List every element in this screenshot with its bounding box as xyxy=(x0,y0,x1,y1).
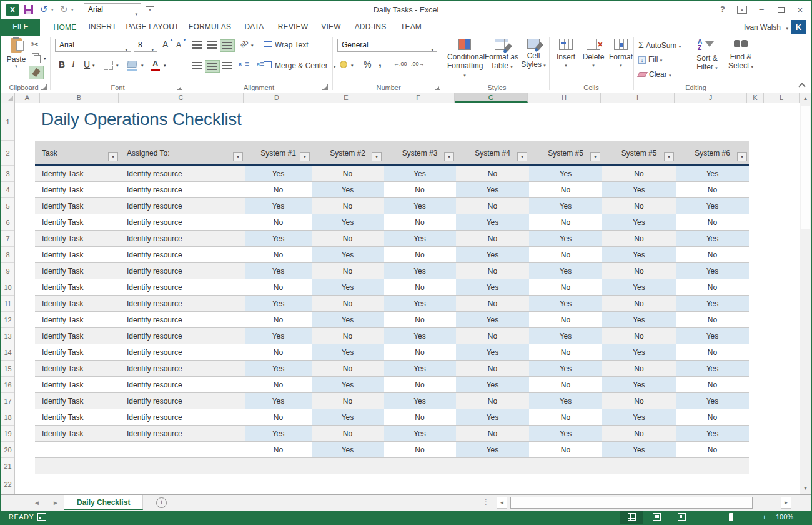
format-as-table-dropdown-icon[interactable]: ▾ xyxy=(510,64,513,69)
table-cell[interactable]: Yes xyxy=(384,231,456,246)
table-cell[interactable]: Yes xyxy=(529,426,602,441)
maximize-button[interactable] xyxy=(778,7,785,13)
table-cell[interactable]: No xyxy=(245,247,312,262)
format-dropdown-icon[interactable]: ▾ xyxy=(608,61,633,70)
table-cell[interactable]: No xyxy=(384,247,456,262)
find-select-dropdown-icon[interactable]: ▾ xyxy=(751,64,754,69)
table-cell[interactable]: Yes xyxy=(529,361,602,376)
row-header-11[interactable]: 11 xyxy=(1,296,14,312)
table-cell[interactable]: Identify Task xyxy=(35,426,120,441)
filter-button[interactable]: ▾ xyxy=(444,152,454,161)
table-cell[interactable]: No xyxy=(384,182,456,198)
row-header-14[interactable]: 14 xyxy=(1,344,14,361)
vertical-scroll-thumb[interactable] xyxy=(801,106,810,229)
filter-button[interactable]: ▾ xyxy=(737,152,747,161)
table-cell[interactable]: No xyxy=(676,409,749,425)
table-cell[interactable]: No xyxy=(676,344,749,360)
qat-customize-icon[interactable]: ▾ xyxy=(146,6,154,13)
table-cell[interactable]: Yes xyxy=(456,214,529,230)
clear-dropdown-icon[interactable]: ▾ xyxy=(669,73,671,78)
table-cell[interactable]: No xyxy=(384,312,456,328)
sheet-nav-left-icon[interactable]: ◄ xyxy=(34,499,40,506)
table-cell[interactable]: No xyxy=(602,198,676,214)
table-cell[interactable]: Yes xyxy=(384,198,456,214)
table-cell[interactable]: No xyxy=(676,312,749,328)
column-header-h[interactable]: H xyxy=(528,93,601,102)
table-cell[interactable]: No xyxy=(529,182,602,198)
table-cell[interactable]: No xyxy=(676,377,749,392)
undo-dropdown-icon[interactable]: ▾ xyxy=(51,8,54,12)
table-cell[interactable]: No xyxy=(312,361,384,376)
tab-view[interactable]: VIEW xyxy=(316,19,346,36)
table-cell[interactable]: No xyxy=(529,377,602,392)
tab-file[interactable]: FILE xyxy=(1,19,40,36)
fill-button[interactable]: ↓Fill ▾ xyxy=(638,55,662,64)
row-header-13[interactable]: 13 xyxy=(1,328,14,344)
table-cell[interactable]: Yes xyxy=(529,296,602,311)
filter-button[interactable]: ▾ xyxy=(517,152,527,161)
bottom-align-button[interactable] xyxy=(220,39,235,52)
table-cell[interactable]: No xyxy=(602,328,676,344)
scroll-up-icon[interactable]: ▲ xyxy=(800,93,811,104)
merge-center-button[interactable]: Merge & Center ▾ xyxy=(264,61,336,70)
table-cell[interactable]: Yes xyxy=(384,328,456,344)
sort-filter-dropdown-icon[interactable]: ▾ xyxy=(715,66,718,70)
font-dialog-launcher-icon[interactable] xyxy=(177,84,182,90)
borders-icon[interactable] xyxy=(104,61,113,70)
table-cell[interactable]: No xyxy=(245,279,312,295)
table-cell[interactable]: Identify Task xyxy=(35,328,120,344)
font-name-combo[interactable]: Arial▾ xyxy=(55,39,131,52)
tab-team[interactable]: TEAM xyxy=(395,19,427,36)
close-button[interactable]: × xyxy=(792,4,808,15)
minimize-button[interactable]: – xyxy=(753,4,770,14)
table-header-cell[interactable]: Task▾ xyxy=(35,141,120,164)
table-cell[interactable]: No xyxy=(456,231,529,246)
number-format-dropdown-icon[interactable]: ▾ xyxy=(431,44,433,56)
row-header-7[interactable]: 7 xyxy=(1,231,14,247)
table-cell[interactable]: Yes xyxy=(245,166,312,181)
table-cell[interactable]: Identify Task xyxy=(35,377,120,392)
middle-align-button[interactable] xyxy=(205,39,219,51)
empty-stripe-row[interactable] xyxy=(35,458,749,474)
table-cell[interactable]: Identify Task xyxy=(35,231,120,246)
table-cell[interactable]: Identify resource xyxy=(120,166,245,181)
table-cell[interactable]: Identify resource xyxy=(120,263,245,279)
table-cell[interactable]: Yes xyxy=(384,393,456,409)
table-cell[interactable]: Yes xyxy=(312,344,384,360)
table-cell[interactable]: Yes xyxy=(676,263,749,279)
clipboard-dialog-launcher-icon[interactable] xyxy=(41,84,47,90)
table-cell[interactable]: No xyxy=(456,296,529,311)
table-cell[interactable]: Identify resource xyxy=(120,247,245,262)
table-cell[interactable]: Identify Task xyxy=(35,344,120,360)
table-cell[interactable]: Yes xyxy=(529,198,602,214)
filter-button[interactable]: ▾ xyxy=(372,152,382,161)
table-cell[interactable]: No xyxy=(245,312,312,328)
table-cell[interactable]: Identify Task xyxy=(35,312,120,328)
table-cell[interactable]: Identify Task xyxy=(35,182,120,198)
save-icon[interactable] xyxy=(24,5,33,14)
number-dialog-launcher-icon[interactable] xyxy=(435,84,440,90)
scroll-right-icon[interactable]: ► xyxy=(781,497,791,509)
table-cell[interactable]: No xyxy=(456,328,529,344)
filter-button[interactable]: ▾ xyxy=(108,152,118,161)
accounting-dropdown-icon[interactable]: ▾ xyxy=(351,63,354,68)
table-cell[interactable]: Identify resource xyxy=(120,182,245,198)
row-header-5[interactable]: 5 xyxy=(1,198,14,214)
conditional-formatting-dropdown-icon[interactable]: ▾ xyxy=(463,73,466,78)
table-cell[interactable]: Yes xyxy=(602,377,676,392)
table-cell[interactable]: Identify resource xyxy=(120,198,245,214)
table-cell[interactable]: Yes xyxy=(676,231,749,246)
table-cell[interactable]: Identify resource xyxy=(120,393,245,409)
align-left-button[interactable] xyxy=(190,60,204,71)
row-header-1[interactable]: 1 xyxy=(1,103,14,141)
fill-dropdown-icon[interactable]: ▾ xyxy=(660,58,663,62)
table-cell[interactable]: Yes xyxy=(245,361,312,376)
font-color-icon[interactable]: A xyxy=(152,59,158,68)
table-cell[interactable]: No xyxy=(529,312,602,328)
table-cell[interactable]: Yes xyxy=(529,231,602,246)
table-cell[interactable]: Yes xyxy=(384,263,456,279)
table-cell[interactable]: No xyxy=(456,361,529,376)
table-cell[interactable]: No xyxy=(384,344,456,360)
grow-font-icon[interactable]: A xyxy=(162,39,168,49)
table-cell[interactable]: Identify Task xyxy=(35,214,120,230)
